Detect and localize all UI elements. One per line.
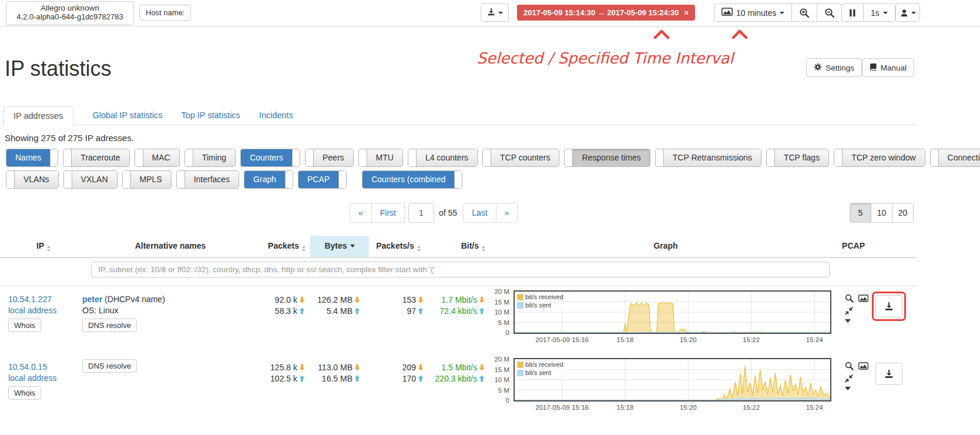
filter-sub-toggle[interactable] [185, 149, 193, 166]
column-header-packets[interactable]: Packets [259, 236, 310, 257]
filter-button-traceroute[interactable]: Traceroute [63, 149, 129, 167]
page-size-5[interactable]: 5 [850, 203, 871, 223]
pcap-download-button[interactable] [875, 363, 902, 385]
filter-button-response-times[interactable]: Response times [564, 149, 650, 167]
column-header-packets-per-s[interactable]: Packets/s [369, 236, 428, 257]
filter-button-timing[interactable]: Timing [184, 149, 236, 167]
traffic-graph[interactable]: 20 M15 M10 M5 M0 bit/s receivedbit/s sen… [490, 354, 841, 414]
filter-button-vxlan[interactable]: VXLAN [63, 170, 118, 189]
filter-button-vlans[interactable]: VLANs [6, 170, 59, 189]
filter-button-label: TCP Retransmissions [663, 149, 761, 166]
filter-sub-toggle[interactable] [306, 149, 313, 166]
page-number-input[interactable] [408, 203, 434, 223]
filter-sub-toggle[interactable] [64, 171, 72, 188]
filter-sub-toggle[interactable] [6, 171, 14, 188]
filter-button-graph[interactable]: Graph [244, 170, 293, 189]
manual-button[interactable]: Manual [862, 58, 914, 77]
filter-button-tcp-counters[interactable]: TCP counters [482, 149, 559, 167]
inspect-graph-button[interactable] [845, 362, 854, 370]
filter-button-interfaces[interactable]: Interfaces [176, 170, 239, 189]
tab-top-ip-statistics[interactable]: Top IP statistics [181, 106, 240, 125]
filter-sub-toggle[interactable] [931, 149, 938, 166]
filter-sub-toggle[interactable] [408, 149, 416, 166]
tab-global-ip-statistics[interactable]: Global IP statistics [92, 106, 162, 125]
dns-resolve-button[interactable]: DNS resolve [82, 319, 137, 332]
filter-button-mac[interactable]: MAC [135, 149, 180, 167]
filter-sub-toggle[interactable] [50, 149, 58, 166]
filter-sub-toggle[interactable] [834, 149, 842, 166]
user-menu-button[interactable] [895, 4, 920, 22]
filter-button-counters[interactable]: Counters [240, 149, 300, 167]
dismiss-time-interval-icon[interactable]: × [684, 8, 689, 17]
filter-sub-toggle[interactable] [359, 149, 367, 166]
filter-button-counters-combined[interactable]: Counters (combined [362, 170, 462, 189]
last-page-button[interactable]: Last [463, 203, 496, 223]
column-header-ip[interactable]: IP [5, 236, 82, 257]
collapse-graph-button[interactable] [845, 374, 853, 383]
collapse-graph-button[interactable] [845, 307, 853, 315]
download-dropdown-button[interactable] [481, 4, 509, 22]
ip-type-label: local address [8, 306, 82, 315]
filter-button-mtu[interactable]: MTU [358, 149, 403, 167]
filter-button-names[interactable]: Names [6, 149, 58, 167]
page-size-20[interactable]: 20 [892, 203, 914, 223]
next-page-button[interactable]: » [496, 203, 518, 223]
zoom-in-button[interactable] [791, 4, 817, 22]
bytes-cell: 113.0 MB 16.5 MB [310, 354, 369, 414]
dns-resolve-button[interactable]: DNS resolve [82, 359, 137, 373]
filter-button-connections[interactable]: Connections [930, 149, 980, 167]
filter-sub-toggle[interactable] [292, 149, 300, 166]
chart-view-button[interactable] [858, 362, 868, 370]
filter-sub-toggle[interactable] [454, 171, 462, 188]
prev-page-button[interactable]: « [350, 203, 372, 223]
pause-icon [849, 9, 856, 17]
filter-sub-toggle[interactable] [177, 171, 184, 188]
legend-label: bit/s sent [525, 301, 551, 309]
expand-row-button[interactable] [845, 387, 851, 390]
ip-search-input[interactable] [91, 262, 830, 277]
expand-row-button[interactable] [845, 319, 851, 323]
filter-button-tcp-zero-window[interactable]: TCP zero window [834, 149, 925, 167]
down-arrow-icon [478, 363, 485, 370]
filter-button-tcp-retransmissions[interactable]: TCP Retransmissions [655, 149, 761, 167]
graph-plot-area[interactable]: bit/s receivedbit/s sent [514, 290, 831, 334]
page-count-text: of 55 [439, 208, 457, 218]
inspect-graph-button[interactable] [845, 294, 854, 303]
filter-button-pcap[interactable]: PCAP [298, 170, 347, 189]
filter-sub-toggle[interactable] [656, 149, 663, 166]
filter-button-l4-counters[interactable]: L4 counters [408, 149, 478, 167]
zoom-out-button[interactable] [817, 4, 843, 22]
filter-sub-toggle[interactable] [123, 171, 130, 188]
filter-sub-toggle[interactable] [483, 149, 491, 166]
settings-button[interactable]: Settings [806, 58, 862, 77]
refresh-rate-dropdown[interactable]: 1s [863, 4, 895, 22]
graph-plot-area[interactable]: bit/s receivedbit/s sent [514, 358, 831, 401]
filter-button-tcp-flags[interactable]: TCP flags [766, 149, 829, 167]
filter-sub-toggle[interactable] [285, 171, 293, 188]
filter-sub-toggle[interactable] [63, 149, 71, 166]
page-title: IP statistics [5, 56, 111, 81]
pcap-download-button[interactable] [875, 295, 902, 317]
traffic-graph[interactable]: 20 M15 M10 M5 M0 bit/s receivedbit/s sen… [490, 287, 841, 347]
column-header-bit-per-s[interactable]: Bit/s [428, 236, 490, 257]
time-window-dropdown[interactable]: 10 minutes [714, 4, 792, 22]
time-interval-badge[interactable]: 2017-05-09 15:14:30 → 2017-05-09 15:24:3… [517, 5, 695, 21]
filter-sub-toggle[interactable] [338, 171, 346, 188]
tab-ip-addresses[interactable]: IP addresses [3, 106, 73, 125]
ip-address-link[interactable]: 10.54.1.227 [8, 295, 52, 304]
filter-sub-toggle[interactable] [565, 149, 572, 166]
page-size-10[interactable]: 10 [871, 203, 892, 223]
whois-button[interactable]: Whois [8, 319, 41, 332]
filter-button-peers[interactable]: Peers [305, 149, 354, 167]
filter-sub-toggle[interactable] [135, 149, 143, 166]
first-page-button[interactable]: First [371, 203, 405, 223]
filter-button-mpls[interactable]: MPLS [122, 170, 172, 189]
ip-address-link[interactable]: 10.54.0.15 [8, 362, 47, 372]
whois-button[interactable]: Whois [8, 386, 41, 400]
filter-sub-toggle[interactable] [767, 149, 774, 166]
tab-incidents[interactable]: Incidents [259, 106, 293, 125]
legend-swatch [517, 362, 523, 368]
column-header-bytes[interactable]: Bytes [310, 236, 369, 257]
pause-button[interactable] [841, 4, 864, 22]
chart-view-button[interactable] [858, 295, 868, 302]
